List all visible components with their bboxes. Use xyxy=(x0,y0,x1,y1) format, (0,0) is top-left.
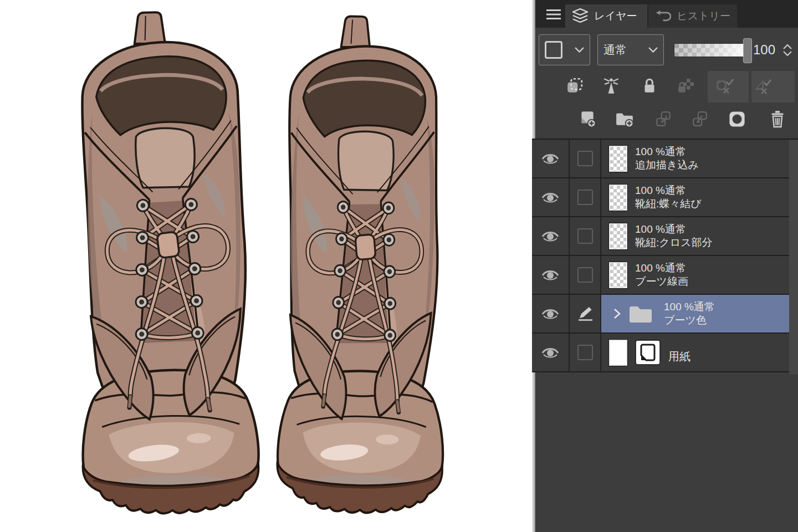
visibility-toggle[interactable] xyxy=(532,334,570,371)
folder-expand-chevron-icon[interactable] xyxy=(613,308,621,319)
layer-row-boots-color-folder[interactable]: 100 %通常 ブーツ色 xyxy=(532,295,789,334)
tab-layer-label: レイヤー xyxy=(594,9,637,23)
panel-menu-button[interactable] xyxy=(543,6,564,23)
blend-mode-value: 通常 xyxy=(603,42,627,58)
canvas-area[interactable] xyxy=(0,0,532,532)
layer-row-content-selected[interactable]: 100 %通常 ブーツ色 xyxy=(601,295,789,332)
tab-layer[interactable]: レイヤー xyxy=(565,4,647,28)
trash-icon xyxy=(769,110,786,128)
layer-row-content[interactable]: 100 %通常 追加描き込み xyxy=(601,140,789,177)
layer-thumbnail[interactable] xyxy=(609,223,627,249)
layer-list: 100 %通常 追加描き込み 100 %通常 xyxy=(532,139,789,372)
layer-checkbox[interactable] xyxy=(570,256,601,294)
layer-row-additional-drawing[interactable]: 100 %通常 追加描き込み xyxy=(532,140,789,178)
clip-at-layer-below-button[interactable] xyxy=(565,76,584,95)
visibility-toggle[interactable] xyxy=(532,256,570,294)
opacity-slider-track[interactable] xyxy=(674,43,748,57)
pen-edit-icon xyxy=(577,305,594,322)
merge-with-lower-layer-icon xyxy=(691,110,709,128)
hamburger-menu-icon xyxy=(546,9,561,20)
layer-checkbox[interactable] xyxy=(570,217,601,255)
layer-row-content[interactable]: 100 %通常 ブーツ線画 xyxy=(601,256,789,294)
layer-row-content[interactable]: 100 %通常 靴紐:クロス部分 xyxy=(601,217,789,255)
history-icon xyxy=(655,9,671,23)
layer-row-paper[interactable]: 用紙 xyxy=(532,334,789,372)
merge-with-lower-layer-button[interactable] xyxy=(690,110,709,129)
layer-list-scroll-gutter[interactable] xyxy=(789,139,798,375)
tab-history-label: ヒストリー xyxy=(677,9,730,23)
layer-opacity-label: 100 %通常 xyxy=(635,223,713,236)
visibility-toggle[interactable] xyxy=(532,140,570,177)
reference-layer-button[interactable] xyxy=(602,76,621,95)
layer-mask-icon xyxy=(728,110,746,129)
checkbox xyxy=(577,151,593,166)
layer-opacity-label: 100 %通常 xyxy=(635,262,688,275)
layer-opacity-label: 100 %通常 xyxy=(635,184,702,197)
clip-studio-workspace: レイヤー ヒストリー 通常 xyxy=(0,0,798,532)
eye-icon xyxy=(541,268,560,282)
transfer-to-lower-layer-icon xyxy=(654,110,672,128)
layer-row-shoelace-cross[interactable]: 100 %通常 靴紐:クロス部分 xyxy=(532,217,789,256)
paper-layer-icon xyxy=(635,340,661,365)
opacity-stepper[interactable] xyxy=(781,39,794,61)
boots-artwork xyxy=(0,0,531,532)
eye-icon xyxy=(541,229,560,243)
layer-thumbnail[interactable] xyxy=(609,146,627,172)
lock-icon xyxy=(641,77,658,95)
layer-row-shoelace-bow[interactable]: 100 %通常 靴紐:蝶々結び xyxy=(532,178,789,217)
layer-row-content[interactable]: 100 %通常 靴紐:蝶々結び xyxy=(601,178,789,216)
new-layer-folder-button[interactable] xyxy=(615,110,634,129)
folder-icon xyxy=(628,304,653,324)
layer-checkbox[interactable] xyxy=(570,178,601,216)
layer-name: ブーツ線画 xyxy=(635,275,688,288)
transfer-to-lower-layer-button[interactable] xyxy=(654,110,673,129)
delete-layer-button[interactable] xyxy=(768,110,787,129)
opacity-value: 100 xyxy=(753,42,782,58)
blend-mode-dropdown[interactable]: 通常 xyxy=(597,34,664,65)
opacity-slider-handle[interactable] xyxy=(743,38,752,63)
ruler-snap-icon xyxy=(753,76,771,96)
palette-color-dropdown[interactable] xyxy=(539,34,590,65)
layer-panel: レイヤー ヒストリー 通常 xyxy=(532,0,798,532)
layer-name: 靴紐:クロス部分 xyxy=(635,236,713,249)
enable-mask-button[interactable] xyxy=(715,76,734,95)
ruler-snap-button[interactable] xyxy=(753,76,771,95)
stepper-up-icon xyxy=(783,44,792,49)
layer-thumbnail[interactable] xyxy=(609,185,627,211)
tab-history[interactable]: ヒストリー xyxy=(648,4,737,28)
reference-layer-icon xyxy=(602,77,620,95)
new-folder-icon xyxy=(615,110,634,128)
layer-thumbnail[interactable] xyxy=(609,262,627,288)
panel-tab-bar: レイヤー ヒストリー xyxy=(535,0,798,28)
layer-row-content[interactable]: 用紙 xyxy=(601,334,789,371)
checkbox xyxy=(577,345,593,360)
layer-name: 追加描き込み xyxy=(635,158,699,172)
layer-opacity-label: 100 %通常 xyxy=(635,145,699,158)
eye-icon xyxy=(541,191,560,204)
eye-icon xyxy=(541,152,560,165)
layer-opacity-label: 100 %通常 xyxy=(664,300,715,314)
visibility-toggle[interactable] xyxy=(532,217,570,255)
layers-icon xyxy=(572,8,589,24)
layer-row-boots-lineart[interactable]: 100 %通常 ブーツ線画 xyxy=(532,256,789,295)
layer-name: ブーツ色 xyxy=(664,314,715,327)
chevron-down-icon xyxy=(648,47,658,53)
editing-target-cell[interactable] xyxy=(570,295,601,332)
lock-layer-button[interactable] xyxy=(640,76,659,95)
visibility-toggle[interactable] xyxy=(532,178,570,216)
checkbox xyxy=(577,228,593,244)
layer-checkbox[interactable] xyxy=(570,334,601,371)
enable-mask-icon xyxy=(715,76,734,96)
visibility-toggle[interactable] xyxy=(532,295,570,332)
layer-thumbnail[interactable] xyxy=(609,340,627,366)
layer-checkbox[interactable] xyxy=(570,140,601,177)
palette-color-icon xyxy=(545,41,562,59)
opacity-slider[interactable] xyxy=(674,43,748,57)
eye-icon xyxy=(541,346,560,359)
layer-name: 用紙 xyxy=(668,349,690,364)
stepper-down-icon xyxy=(783,51,792,56)
layer-name: 靴紐:蝶々結び xyxy=(635,197,702,211)
lock-transparent-pixels-button[interactable] xyxy=(676,76,695,95)
new-raster-layer-button[interactable] xyxy=(578,110,597,129)
create-layer-mask-button[interactable] xyxy=(728,110,746,129)
